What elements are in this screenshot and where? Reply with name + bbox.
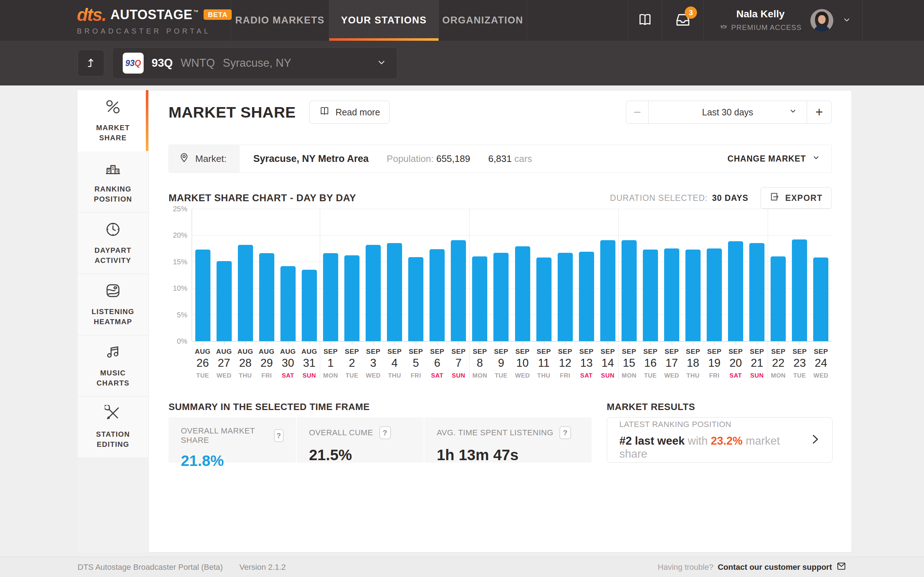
- sidebar-item-ranking-position[interactable]: 213RANKING POSITION: [78, 152, 149, 213]
- market-name: Syracuse, NY Metro Area: [254, 153, 369, 164]
- sidebar-item-music-charts[interactable]: MUSIC CHARTS: [78, 335, 149, 397]
- help-icon[interactable]: ?: [559, 426, 571, 439]
- sidebar-item-label: STATION EDITING: [85, 429, 141, 449]
- envelope-icon: [836, 561, 846, 574]
- bar-aug-26[interactable]: [195, 250, 210, 341]
- x-tick: [586, 341, 587, 345]
- bar-sep-9[interactable]: [493, 253, 509, 341]
- x-tick: [331, 341, 331, 345]
- crown-icon: [719, 23, 728, 33]
- x-tick: [629, 341, 630, 345]
- bar-sep-18[interactable]: [685, 250, 701, 341]
- bar-sep-10[interactable]: [515, 246, 530, 341]
- stat-value: 21.8%: [181, 452, 284, 469]
- summary-title: SUMMARY IN THE SELECTED TIME FRAME: [168, 401, 370, 413]
- x-tick: [565, 341, 565, 345]
- x-tick: [778, 341, 779, 345]
- back-to-stations-button[interactable]: [78, 50, 104, 76]
- top-nav: dts. AUTOSTAGE ™ BETA BROADCASTER PORTAL…: [0, 0, 924, 41]
- range-decrease-button[interactable]: −: [626, 101, 649, 123]
- chevron-down-icon: [789, 107, 797, 118]
- bar-sep-19[interactable]: [707, 248, 722, 341]
- range-dropdown[interactable]: Last 30 days: [649, 101, 807, 123]
- station-city: Syracuse, NY: [223, 56, 291, 69]
- bar-sep-2[interactable]: [344, 255, 360, 341]
- bar-sep-12[interactable]: [558, 253, 573, 341]
- x-tick: [288, 341, 288, 345]
- sidebar-item-daypart-activity[interactable]: DAYPART ACTIVITY: [78, 213, 149, 274]
- dts-logo: dts.: [77, 6, 106, 24]
- bar-aug-30[interactable]: [281, 266, 296, 341]
- bar-aug-27[interactable]: [216, 261, 232, 341]
- chart-title: MARKET SHARE CHART - DAY BY DAY: [168, 193, 356, 204]
- bar-aug-29[interactable]: [259, 253, 274, 341]
- y-tick-label: 25%: [173, 205, 187, 213]
- user-name: Nala Kelly: [719, 8, 802, 20]
- sidebar-item-listening-heatmap[interactable]: LISTENING HEATMAP: [78, 274, 149, 335]
- bar-sep-7[interactable]: [451, 240, 466, 341]
- x-tick: [800, 341, 800, 345]
- y-tick-label: 0%: [177, 337, 187, 345]
- logo[interactable]: dts. AUTOSTAGE ™ BETA BROADCASTER PORTAL: [0, 0, 231, 41]
- bar-sep-11[interactable]: [536, 258, 551, 341]
- bar-sep-6[interactable]: [430, 249, 445, 341]
- help-icon[interactable]: ?: [274, 429, 284, 442]
- help-icon[interactable]: ?: [380, 426, 391, 439]
- contact-support-link[interactable]: Contact our customer support: [717, 561, 846, 574]
- bar-sep-4[interactable]: [387, 243, 402, 341]
- bar-sep-24[interactable]: [813, 258, 828, 341]
- bar-sep-16[interactable]: [643, 250, 658, 341]
- bar-sep-20[interactable]: [728, 241, 743, 341]
- x-tick: [309, 341, 310, 345]
- bar-sep-17[interactable]: [664, 248, 679, 341]
- y-tick-label: 20%: [173, 231, 187, 239]
- bar-aug-28[interactable]: [238, 245, 253, 341]
- market-share-chart: 0%5%10%15%20%25% AUG26TUEAUG27WEDAUG28TH…: [168, 209, 832, 389]
- bar-sep-15[interactable]: [622, 240, 637, 341]
- svg-text:2: 2: [108, 168, 110, 173]
- x-tick: [203, 341, 203, 345]
- bar-sep-13[interactable]: [579, 252, 594, 341]
- ranking-value: #2 last week with 23.2% market share: [619, 435, 809, 461]
- tab-organization[interactable]: ORGANIZATION: [439, 0, 527, 41]
- export-button[interactable]: EXPORT: [761, 187, 832, 209]
- tab-your-stations[interactable]: YOUR STATIONS: [329, 0, 439, 41]
- station-selector[interactable]: 93Q 93Q WNTQ Syracuse, NY: [112, 47, 397, 79]
- range-increase-button[interactable]: +: [807, 101, 831, 123]
- chevron-down-icon: [812, 153, 821, 164]
- market-info-bar: Market: Syracuse, NY Metro Area Populati…: [168, 145, 832, 173]
- logo-product: AUTOSTAGE: [110, 8, 192, 21]
- avatar: [810, 9, 834, 32]
- read-more-button[interactable]: Read more: [309, 101, 390, 124]
- x-tick: [437, 341, 438, 345]
- bar-sep-23[interactable]: [792, 239, 807, 341]
- footer-version: Version 2.1.2: [239, 562, 286, 572]
- bar-sep-1[interactable]: [323, 253, 338, 341]
- x-tick: [821, 341, 821, 345]
- beta-badge: BETA: [204, 10, 232, 20]
- tab-radio-markets[interactable]: RADIO MARKETS: [231, 0, 329, 41]
- docs-button[interactable]: [628, 0, 662, 41]
- bar-sep-5[interactable]: [408, 257, 423, 341]
- open-book-icon: [637, 12, 653, 29]
- sidebar-item-station-editing[interactable]: STATION EDITING: [78, 397, 149, 458]
- music-icon: [105, 344, 121, 362]
- change-market-button[interactable]: CHANGE MARKET: [728, 153, 831, 164]
- bar-sep-22[interactable]: [771, 256, 786, 341]
- app: dts. AUTOSTAGE ™ BETA BROADCASTER PORTAL…: [0, 0, 924, 577]
- user-menu[interactable]: Nala Kelly PREMIUM ACCESS: [704, 0, 863, 41]
- sidebar-item-market-share[interactable]: MARKET SHARE: [78, 90, 149, 152]
- bar-sep-3[interactable]: [366, 245, 381, 341]
- sidebar-item-label: LISTENING HEATMAP: [85, 306, 141, 327]
- market-population: Population: 655,189: [386, 153, 470, 164]
- notifications-button[interactable]: 3: [662, 0, 704, 41]
- stat-card-overall-market-share: OVERALL MARKET SHARE?21.8%: [168, 417, 296, 463]
- bar-sep-21[interactable]: [749, 243, 764, 341]
- bar-aug-31[interactable]: [302, 270, 317, 341]
- top-nav-tabs: RADIO MARKETSYOUR STATIONSORGANIZATION: [231, 0, 527, 41]
- notification-count-badge: 3: [685, 6, 697, 19]
- podium-icon: 213: [105, 160, 121, 178]
- bar-sep-8[interactable]: [472, 256, 487, 341]
- bar-sep-14[interactable]: [600, 240, 615, 341]
- latest-ranking-card[interactable]: LATEST RANKING POSITION #2 last week wit…: [607, 417, 833, 463]
